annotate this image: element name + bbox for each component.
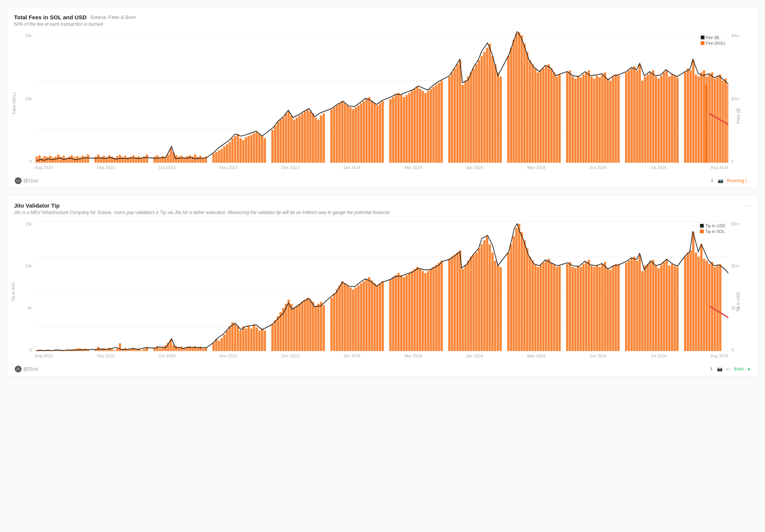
svg-rect-89 — [285, 113, 287, 163]
x-tick-jan24-1: Jan 2024 — [343, 165, 360, 175]
svg-rect-186 — [571, 76, 574, 163]
svg-rect-348 — [264, 330, 266, 351]
svg-rect-125 — [392, 97, 394, 163]
svg-rect-83 — [264, 138, 266, 163]
svg-rect-145 — [451, 73, 453, 163]
svg-rect-226 — [689, 70, 692, 163]
svg-rect-373 — [341, 281, 343, 351]
svg-rect-85 — [274, 126, 276, 163]
svg-rect-66 — [218, 150, 220, 163]
download-icon-1[interactable]: ⬇ — [710, 178, 714, 183]
y-axis-right-2: Tip in USD $3m $2m $1m 0 — [728, 220, 751, 363]
svg-rect-400 — [419, 269, 421, 351]
svg-rect-368 — [323, 305, 325, 351]
svg-rect-117 — [365, 99, 368, 163]
svg-rect-405 — [432, 267, 434, 351]
svg-rect-137 — [424, 93, 427, 163]
svg-rect-322 — [189, 346, 191, 351]
svg-rect-236 — [716, 76, 718, 163]
svg-rect-471 — [630, 259, 633, 351]
svg-rect-399 — [416, 267, 419, 351]
svg-rect-481 — [658, 268, 660, 351]
svg-rect-181 — [553, 73, 555, 163]
svg-rect-235 — [714, 79, 716, 163]
y-tick-2-mid1: 10k — [25, 264, 32, 268]
svg-rect-311 — [159, 348, 161, 351]
svg-rect-45 — [156, 155, 158, 163]
svg-rect-396 — [408, 273, 410, 351]
svg-rect-92 — [293, 119, 295, 163]
svg-rect-151 — [467, 76, 469, 163]
svg-rect-318 — [178, 348, 180, 351]
svg-rect-138 — [427, 91, 429, 163]
chart-tools-2: ⬇ 📷 ↩ 8min ● — [709, 366, 750, 372]
chart-inner-1: Aug 2023 Sep 2023 Oct 2023 Nov 2023 Dec … — [35, 31, 728, 175]
x-axis-labels-1: Aug 2023 Sep 2023 Oct 2023 Nov 2023 Dec … — [35, 165, 728, 175]
y-left-label-1: Fees (SOL) — [12, 93, 16, 114]
svg-rect-25 — [97, 155, 99, 163]
svg-rect-463 — [604, 262, 606, 351]
y-right-label-1: Fees ($) — [736, 83, 740, 124]
svg-rect-233 — [708, 74, 711, 163]
svg-rect-501 — [716, 266, 718, 351]
svg-rect-439 — [534, 265, 536, 351]
svg-rect-5 — [38, 155, 40, 163]
svg-rect-206 — [630, 68, 633, 163]
y-tick-1-bot: 0 — [29, 159, 32, 164]
x-tick-nov23-2: Nov 2023 — [220, 354, 237, 363]
svg-rect-225 — [687, 68, 689, 163]
svg-rect-428 — [500, 267, 502, 351]
svg-rect-304 — [135, 349, 137, 351]
svg-rect-412 — [456, 253, 459, 351]
x-tick-aug23-2: Aug 2023 — [35, 354, 53, 363]
svg-rect-224 — [684, 73, 686, 163]
svg-rect-467 — [614, 264, 617, 351]
svg-rect-234 — [711, 73, 713, 163]
svg-rect-146 — [454, 68, 456, 163]
y-tick-2-mid2: 5k — [27, 306, 32, 310]
x-tick-mar24-1: Mar 2024 — [405, 165, 422, 175]
svg-rect-441 — [540, 265, 542, 351]
svg-rect-185 — [569, 70, 571, 163]
svg-rect-437 — [529, 257, 531, 351]
svg-rect-374 — [344, 283, 346, 351]
svg-rect-466 — [612, 266, 614, 351]
svg-rect-183 — [559, 74, 561, 163]
chart-desc-1: 50% of the fee of each transaction is bu… — [14, 22, 751, 27]
svg-rect-169 — [521, 36, 523, 163]
svg-rect-468 — [618, 265, 620, 351]
svg-rect-211 — [644, 76, 646, 163]
legend-dot-fee-sol — [701, 41, 704, 45]
svg-rect-411 — [454, 254, 456, 351]
svg-rect-365 — [315, 306, 317, 351]
svg-rect-37 — [130, 157, 132, 163]
svg-rect-487 — [673, 266, 676, 351]
svg-rect-389 — [389, 279, 391, 351]
svg-rect-205 — [628, 70, 630, 163]
svg-rect-157 — [483, 52, 486, 163]
chart-tools-1: ⬇ 📷 Running I... — [710, 178, 750, 183]
svg-rect-103 — [323, 113, 325, 163]
svg-rect-115 — [360, 103, 362, 163]
download-icon-2[interactable]: ⬇ — [709, 366, 713, 372]
svg-rect-407 — [438, 263, 440, 351]
svg-rect-38 — [132, 155, 135, 163]
svg-rect-391 — [395, 275, 397, 351]
svg-rect-93 — [296, 118, 298, 163]
camera-icon-2[interactable]: 📷 — [717, 366, 723, 372]
svg-rect-190 — [582, 74, 585, 163]
camera-icon-1[interactable]: 📷 — [718, 178, 723, 183]
svg-rect-327 — [202, 349, 204, 351]
svg-rect-404 — [430, 269, 432, 351]
svg-rect-474 — [639, 254, 641, 351]
panel-dots-2[interactable]: ··· — [744, 202, 751, 209]
svg-rect-212 — [647, 74, 649, 163]
svg-rect-136 — [422, 91, 424, 163]
svg-rect-164 — [507, 56, 509, 163]
undo-icon-2[interactable]: ↩ — [726, 366, 730, 372]
svg-rect-16 — [68, 157, 70, 163]
chart-author-1: 21 @21co — [15, 177, 38, 184]
svg-rect-147 — [456, 64, 459, 163]
svg-rect-465 — [609, 270, 611, 351]
author-avatar-2: 21 — [15, 366, 22, 372]
